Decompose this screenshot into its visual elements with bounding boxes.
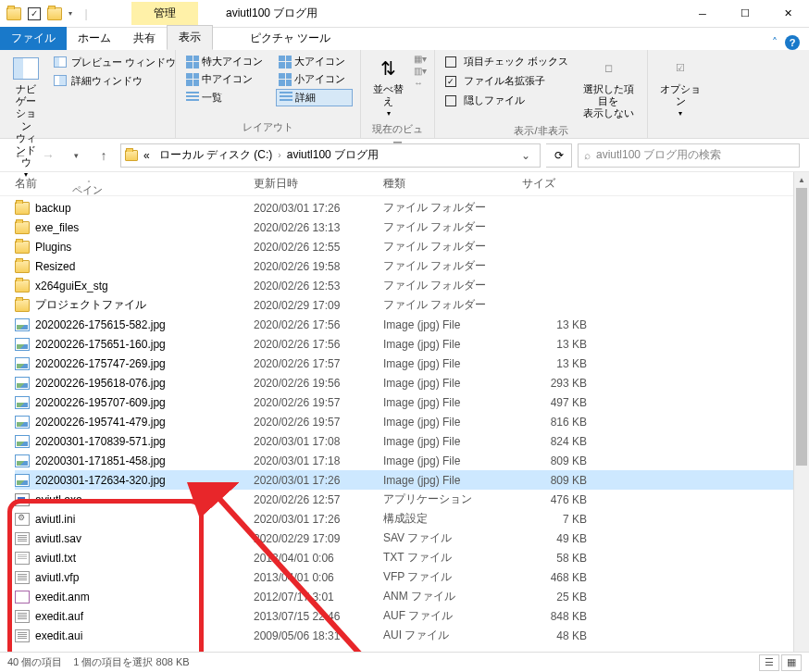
add-columns-icon[interactable]: ▥▾ xyxy=(414,66,427,76)
exe-icon xyxy=(15,493,30,506)
search-icon: ⌕ xyxy=(584,149,591,162)
hidden-files-toggle[interactable]: 隠しファイル xyxy=(442,93,571,108)
file-name: 20200226-175747-269.jpg xyxy=(35,357,166,370)
file-icon xyxy=(15,629,30,642)
tab-picture-tools[interactable]: ピクチャ ツール xyxy=(239,27,342,50)
table-row[interactable]: Plugins2020/02/26 12:55ファイル フォルダー xyxy=(15,237,809,256)
hide-selected-button[interactable]: ◻ 選択した項目を 表示しない xyxy=(577,54,640,122)
img-icon xyxy=(15,396,30,409)
address-bar[interactable]: « ローカル ディスク (C:) › aviutl100 ブログ用 ⌄ xyxy=(120,143,541,168)
status-selection: 1 個の項目を選択 808 KB xyxy=(73,655,189,669)
table-row[interactable]: x264guiEx_stg2020/02/26 12:53ファイル フォルダー xyxy=(15,276,809,295)
file-extensions-toggle[interactable]: ✓ファイル名拡張子 xyxy=(442,73,571,89)
table-row[interactable]: exedit.anm2012/07/17 3:01ANM ファイル25 KB xyxy=(15,587,809,606)
file-date: 2020/02/29 17:09 xyxy=(254,532,383,545)
file-date: 2020/03/01 17:18 xyxy=(254,454,383,467)
breadcrumb-folder[interactable]: aviutl100 ブログ用 xyxy=(283,145,382,165)
search-input[interactable]: ⌕ aviutl100 ブログ用の検索 xyxy=(578,143,800,168)
column-name[interactable]: 名前˄ xyxy=(15,176,254,192)
table-row[interactable]: aviutl.sav2020/02/29 17:09SAV ファイル49 KB xyxy=(15,529,809,548)
file-name: 20200226-195618-076.jpg xyxy=(35,377,166,390)
collapse-ribbon-icon[interactable]: ˄ xyxy=(772,36,778,49)
title-bar: ✓ ▾ | 管理 aviutl100 ブログ用 ─ ☐ ✕ xyxy=(0,0,809,28)
file-size: 809 KB xyxy=(522,454,596,467)
tab-file[interactable]: ファイル xyxy=(0,27,67,50)
options-button[interactable]: ☑ オプション ▾ xyxy=(655,54,705,121)
file-size: 25 KB xyxy=(522,591,596,604)
details-view-button[interactable]: ☰ xyxy=(759,654,779,671)
table-row[interactable]: 20200226-195707-609.jpg2020/02/26 19:57I… xyxy=(15,392,809,412)
table-row[interactable]: aviutl.txt2013/04/01 0:06TXT ファイル58 KB xyxy=(15,548,809,567)
table-row[interactable]: プロジェクトファイル2020/02/29 17:09ファイル フォルダー xyxy=(15,295,809,315)
file-name: exedit.aui xyxy=(35,629,82,642)
file-type: 構成設定 xyxy=(383,511,522,527)
preview-pane-button[interactable]: プレビュー ウィンドウ xyxy=(50,54,179,70)
file-size: 58 KB xyxy=(522,552,596,565)
minimize-button[interactable]: ─ xyxy=(681,0,724,28)
file-type: アプリケーション xyxy=(383,492,522,507)
sort-button[interactable]: ⇅ 並べ替え ▾ xyxy=(368,54,408,120)
size-columns-icon[interactable]: ↔ xyxy=(414,78,427,88)
layout-xl-icons[interactable]: 特大アイコン xyxy=(183,54,270,69)
tab-share[interactable]: 共有 xyxy=(122,27,167,50)
layout-details[interactable]: 詳細 xyxy=(276,89,353,106)
table-row[interactable]: Resized2020/02/26 19:58ファイル フォルダー xyxy=(15,256,809,276)
chevron-down-icon[interactable]: ▾ xyxy=(67,9,74,18)
txt-icon xyxy=(15,552,30,565)
file-type: ファイル フォルダー xyxy=(383,258,522,274)
folder-icon-2[interactable] xyxy=(46,6,63,22)
file-size: 13 KB xyxy=(522,338,596,351)
table-row[interactable]: 20200226-195741-479.jpg2020/02/26 19:57I… xyxy=(15,412,809,431)
table-row[interactable]: 20200301-170839-571.jpg2020/03/01 17:08I… xyxy=(15,431,809,451)
details-pane-button[interactable]: 詳細ウィンドウ xyxy=(50,72,179,89)
file-type: Image (jpg) File xyxy=(383,435,522,448)
table-row[interactable]: 20200226-175651-160.jpg2020/02/26 17:56I… xyxy=(15,334,809,354)
layout-list[interactable]: 一覧 xyxy=(183,89,270,106)
file-size: 49 KB xyxy=(522,532,596,545)
column-type[interactable]: 種類 xyxy=(383,176,522,192)
column-date[interactable]: 更新日時 xyxy=(254,176,383,192)
layout-medium-icons[interactable]: 中アイコン xyxy=(183,71,270,87)
table-row[interactable]: exedit.aui2009/05/06 18:31AUI ファイル48 KB xyxy=(15,626,809,645)
layout-large-icons[interactable]: 大アイコン xyxy=(276,54,353,69)
vertical-scrollbar[interactable]: ▲ ▼ xyxy=(793,172,809,672)
table-row[interactable]: 20200226-175747-269.jpg2020/02/26 17:57I… xyxy=(15,354,809,373)
file-size: 7 KB xyxy=(522,513,596,526)
file-name: backup xyxy=(35,202,71,215)
scrollbar-thumb[interactable] xyxy=(796,188,807,466)
table-row[interactable]: exe_files2020/02/26 13:13ファイル フォルダー xyxy=(15,218,809,237)
current-view-group-label: 現在のビュー xyxy=(368,120,427,150)
column-size[interactable]: サイズ xyxy=(522,176,596,192)
chevron-down-icon[interactable]: ⌄ xyxy=(516,149,536,162)
table-row[interactable]: exedit.auf2013/07/15 22:46AUF ファイル848 KB xyxy=(15,606,809,626)
table-row[interactable]: 20200301-171851-458.jpg2020/03/01 17:18I… xyxy=(15,451,809,470)
file-date: 2020/02/26 17:57 xyxy=(254,357,383,370)
table-row[interactable]: 20200226-195618-076.jpg2020/02/26 19:56I… xyxy=(15,373,809,392)
file-size: 293 KB xyxy=(522,377,596,390)
table-row[interactable]: 20200301-172634-320.jpg2020/03/01 17:26I… xyxy=(15,470,809,490)
table-row[interactable]: backup2020/03/01 17:26ファイル フォルダー xyxy=(15,198,809,218)
item-checkboxes-toggle[interactable]: 項目チェック ボックス xyxy=(442,54,571,69)
close-button[interactable]: ✕ xyxy=(766,0,809,28)
file-type: TXT ファイル xyxy=(383,550,522,566)
file-date: 2013/04/01 0:06 xyxy=(254,552,383,565)
thumbnails-view-button[interactable]: ▦ xyxy=(781,654,802,671)
folder-icon xyxy=(15,241,30,254)
file-name: aviutl.sav xyxy=(35,532,81,545)
nav-pane-button[interactable]: ナビゲーション ウィンドウ ▾ xyxy=(7,54,44,181)
tab-home[interactable]: ホーム xyxy=(67,27,122,50)
table-row[interactable]: aviutl.vfp2013/04/01 0:06VFP ファイル468 KB xyxy=(15,567,809,587)
refresh-button[interactable]: ⟳ xyxy=(546,143,572,168)
img-icon xyxy=(15,338,30,351)
help-icon[interactable]: ? xyxy=(785,35,800,50)
group-by-icon[interactable]: ▦▾ xyxy=(414,54,427,64)
layout-small-icons[interactable]: 小アイコン xyxy=(276,71,353,87)
file-type: Image (jpg) File xyxy=(383,474,522,487)
maximize-button[interactable]: ☐ xyxy=(724,0,766,28)
table-row[interactable]: aviutl.exe2020/02/26 12:57アプリケーション476 KB xyxy=(15,490,809,509)
tab-view[interactable]: 表示 xyxy=(167,25,213,50)
properties-icon[interactable]: ✓ xyxy=(26,6,43,22)
table-row[interactable]: aviutl.ini2020/03/01 17:26構成設定7 KB xyxy=(15,509,809,529)
table-row[interactable]: 20200226-175615-582.jpg2020/02/26 17:56I… xyxy=(15,315,809,334)
scroll-up-button[interactable]: ▲ xyxy=(794,172,809,188)
